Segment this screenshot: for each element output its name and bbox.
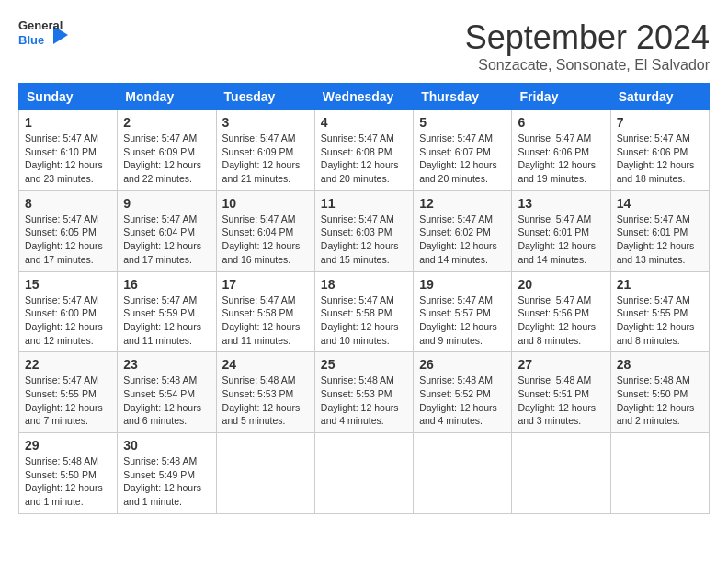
calendar-body: 1Sunrise: 5:47 AMSunset: 6:10 PMDaylight… xyxy=(19,110,710,514)
day-info: Sunrise: 5:47 AMSunset: 6:04 PMDaylight:… xyxy=(123,213,210,267)
table-row: 27Sunrise: 5:48 AMSunset: 5:51 PMDayligh… xyxy=(512,352,610,433)
table-row: 21Sunrise: 5:47 AMSunset: 5:55 PMDayligh… xyxy=(610,271,709,352)
header-saturday: Saturday xyxy=(610,84,709,110)
table-row: 30Sunrise: 5:48 AMSunset: 5:49 PMDayligh… xyxy=(118,433,216,514)
day-number: 9 xyxy=(123,196,210,211)
table-row: 10Sunrise: 5:47 AMSunset: 6:04 PMDayligh… xyxy=(216,190,314,271)
day-info: Sunrise: 5:48 AMSunset: 5:49 PMDaylight:… xyxy=(123,454,210,509)
day-info: Sunrise: 5:48 AMSunset: 5:51 PMDaylight:… xyxy=(518,373,604,428)
day-info: Sunrise: 5:47 AMSunset: 5:55 PMDaylight:… xyxy=(25,373,111,428)
table-row: 25Sunrise: 5:48 AMSunset: 5:53 PMDayligh… xyxy=(314,352,413,433)
table-row xyxy=(414,433,512,514)
table-row: 29Sunrise: 5:48 AMSunset: 5:50 PMDayligh… xyxy=(19,433,118,514)
table-row: 26Sunrise: 5:48 AMSunset: 5:52 PMDayligh… xyxy=(414,352,512,433)
day-number: 23 xyxy=(123,357,210,372)
day-info: Sunrise: 5:48 AMSunset: 5:54 PMDaylight:… xyxy=(123,373,210,428)
table-row: 1Sunrise: 5:47 AMSunset: 6:10 PMDaylight… xyxy=(19,110,118,191)
table-row: 16Sunrise: 5:47 AMSunset: 5:59 PMDayligh… xyxy=(118,271,216,352)
day-number: 3 xyxy=(222,115,309,130)
day-info: Sunrise: 5:47 AMSunset: 5:56 PMDaylight:… xyxy=(518,293,604,348)
table-row: 12Sunrise: 5:47 AMSunset: 6:02 PMDayligh… xyxy=(414,190,512,271)
header-friday: Friday xyxy=(512,84,610,110)
day-number: 26 xyxy=(419,357,506,372)
day-number: 19 xyxy=(419,277,506,292)
day-number: 10 xyxy=(222,196,309,211)
day-number: 14 xyxy=(617,196,703,211)
day-number: 4 xyxy=(321,115,407,130)
header-tuesday: Tuesday xyxy=(216,84,314,110)
table-row: 13Sunrise: 5:47 AMSunset: 6:01 PMDayligh… xyxy=(512,190,610,271)
table-row: 6Sunrise: 5:47 AMSunset: 6:06 PMDaylight… xyxy=(512,110,610,191)
table-row: 8Sunrise: 5:47 AMSunset: 6:05 PMDaylight… xyxy=(19,190,118,271)
table-row: 14Sunrise: 5:47 AMSunset: 6:01 PMDayligh… xyxy=(610,190,709,271)
logo-graphic: General Blue xyxy=(18,18,68,52)
day-number: 29 xyxy=(25,438,111,453)
day-info: Sunrise: 5:47 AMSunset: 6:03 PMDaylight:… xyxy=(321,213,407,267)
day-number: 12 xyxy=(419,196,506,211)
table-row: 17Sunrise: 5:47 AMSunset: 5:58 PMDayligh… xyxy=(216,271,314,352)
day-info: Sunrise: 5:47 AMSunset: 6:09 PMDaylight:… xyxy=(123,132,210,186)
table-row: 24Sunrise: 5:48 AMSunset: 5:53 PMDayligh… xyxy=(216,352,314,433)
day-info: Sunrise: 5:47 AMSunset: 6:10 PMDaylight:… xyxy=(25,132,111,186)
day-info: Sunrise: 5:47 AMSunset: 5:57 PMDaylight:… xyxy=(419,293,506,348)
day-info: Sunrise: 5:47 AMSunset: 6:06 PMDaylight:… xyxy=(617,132,703,186)
table-row: 9Sunrise: 5:47 AMSunset: 6:04 PMDaylight… xyxy=(118,190,216,271)
day-number: 1 xyxy=(25,115,111,130)
table-row: 5Sunrise: 5:47 AMSunset: 6:07 PMDaylight… xyxy=(414,110,512,191)
header-sunday: Sunday xyxy=(19,84,118,110)
day-number: 22 xyxy=(25,357,111,372)
day-number: 11 xyxy=(321,196,407,211)
page-header: General Blue September 2024 Sonzacate, S… xyxy=(18,18,710,74)
calendar-header: Sunday Monday Tuesday Wednesday Thursday… xyxy=(19,84,710,110)
day-info: Sunrise: 5:48 AMSunset: 5:53 PMDaylight:… xyxy=(222,373,309,428)
table-row: 18Sunrise: 5:47 AMSunset: 5:58 PMDayligh… xyxy=(314,271,413,352)
day-info: Sunrise: 5:47 AMSunset: 6:07 PMDaylight:… xyxy=(419,132,506,186)
day-number: 28 xyxy=(617,357,703,372)
day-info: Sunrise: 5:47 AMSunset: 5:58 PMDaylight:… xyxy=(222,293,309,348)
month-title: September 2024 xyxy=(465,18,710,57)
day-info: Sunrise: 5:47 AMSunset: 6:00 PMDaylight:… xyxy=(25,293,111,348)
table-row: 2Sunrise: 5:47 AMSunset: 6:09 PMDaylight… xyxy=(118,110,216,191)
day-number: 24 xyxy=(222,357,309,372)
day-info: Sunrise: 5:47 AMSunset: 6:09 PMDaylight:… xyxy=(222,132,309,186)
table-row: 4Sunrise: 5:47 AMSunset: 6:08 PMDaylight… xyxy=(314,110,413,191)
header-wednesday: Wednesday xyxy=(314,84,413,110)
day-number: 27 xyxy=(518,357,604,372)
table-row: 23Sunrise: 5:48 AMSunset: 5:54 PMDayligh… xyxy=(118,352,216,433)
header-thursday: Thursday xyxy=(414,84,512,110)
header-monday: Monday xyxy=(118,84,216,110)
table-row xyxy=(216,433,314,514)
day-info: Sunrise: 5:47 AMSunset: 6:06 PMDaylight:… xyxy=(518,132,604,186)
table-row: 19Sunrise: 5:47 AMSunset: 5:57 PMDayligh… xyxy=(414,271,512,352)
day-info: Sunrise: 5:47 AMSunset: 6:01 PMDaylight:… xyxy=(617,213,703,267)
table-row: 15Sunrise: 5:47 AMSunset: 6:00 PMDayligh… xyxy=(19,271,118,352)
location-subtitle: Sonzacate, Sonsonate, El Salvador xyxy=(465,57,710,74)
day-number: 13 xyxy=(518,196,604,211)
day-info: Sunrise: 5:47 AMSunset: 5:58 PMDaylight:… xyxy=(321,293,407,348)
day-number: 21 xyxy=(617,277,703,292)
day-number: 6 xyxy=(518,115,604,130)
day-info: Sunrise: 5:48 AMSunset: 5:50 PMDaylight:… xyxy=(617,373,703,428)
day-number: 5 xyxy=(419,115,506,130)
table-row: 11Sunrise: 5:47 AMSunset: 6:03 PMDayligh… xyxy=(314,190,413,271)
day-info: Sunrise: 5:47 AMSunset: 5:55 PMDaylight:… xyxy=(617,293,703,348)
day-number: 8 xyxy=(25,196,111,211)
table-row: 28Sunrise: 5:48 AMSunset: 5:50 PMDayligh… xyxy=(610,352,709,433)
day-number: 7 xyxy=(617,115,703,130)
day-info: Sunrise: 5:47 AMSunset: 6:01 PMDaylight:… xyxy=(518,213,604,267)
day-number: 30 xyxy=(123,438,210,453)
day-number: 17 xyxy=(222,277,309,292)
day-info: Sunrise: 5:48 AMSunset: 5:53 PMDaylight:… xyxy=(321,373,407,428)
logo-icon: General Blue xyxy=(18,18,51,52)
day-info: Sunrise: 5:47 AMSunset: 6:05 PMDaylight:… xyxy=(25,213,111,267)
table-row: 20Sunrise: 5:47 AMSunset: 5:56 PMDayligh… xyxy=(512,271,610,352)
day-info: Sunrise: 5:47 AMSunset: 6:02 PMDaylight:… xyxy=(419,213,506,267)
title-section: September 2024 Sonzacate, Sonsonate, El … xyxy=(465,18,710,74)
day-info: Sunrise: 5:48 AMSunset: 5:52 PMDaylight:… xyxy=(419,373,506,428)
day-number: 20 xyxy=(518,277,604,292)
table-row xyxy=(610,433,709,514)
day-number: 15 xyxy=(25,277,111,292)
logo: General Blue xyxy=(18,18,68,52)
table-row xyxy=(512,433,610,514)
calendar-table: Sunday Monday Tuesday Wednesday Thursday… xyxy=(18,83,710,514)
